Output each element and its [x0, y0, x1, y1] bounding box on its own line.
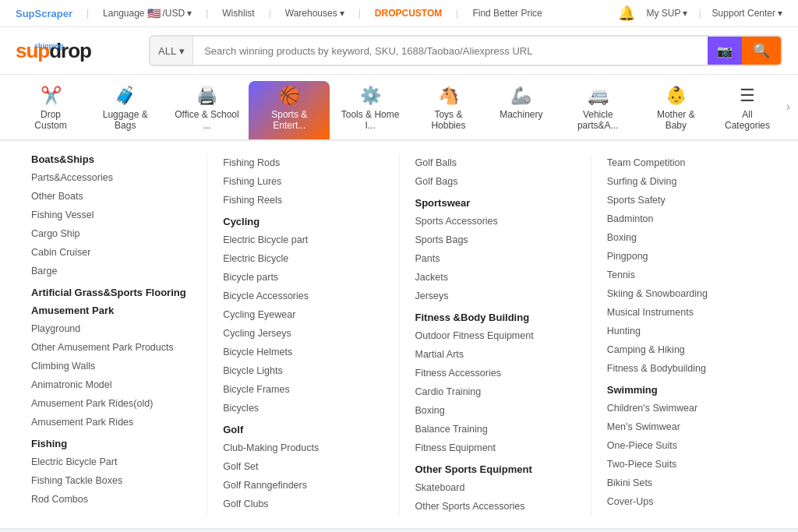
dropdown-link[interactable]: Golf Set — [223, 457, 383, 476]
dropdown-link[interactable]: Sports Bags — [415, 231, 575, 249]
chevron-down-icon: ▾ — [683, 8, 687, 19]
dropdown-col1: Boats&ShipsParts&AccessoriesOther BoatsF… — [16, 153, 207, 516]
dropdown-link[interactable]: Other Sports Accessories — [415, 497, 575, 516]
dropdown-link[interactable]: Golf Bags — [415, 172, 575, 191]
search-submit-button[interactable]: 🔍 — [742, 37, 781, 65]
chevron-down-icon: ▾ — [778, 8, 782, 19]
dropdown-link[interactable]: Children's Swimwear — [607, 399, 767, 417]
dropdown-link[interactable]: Fishing Rods — [223, 153, 383, 172]
category-item-all-categories[interactable]: ☰ All Categories — [712, 81, 782, 139]
dropdown-link[interactable]: Playground — [31, 319, 191, 338]
category-item-tools-home[interactable]: ⚙️ Tools & Home I... — [330, 81, 411, 139]
find-better-link[interactable]: Find Better Price — [472, 8, 542, 19]
dropdown-link[interactable]: Other Amusement Park Products — [31, 338, 191, 357]
dropdown-link[interactable]: Fishing Reels — [223, 191, 383, 210]
category-item-machinery[interactable]: 🦾 Machinery — [486, 81, 556, 139]
dropdown-section-title: Fitness &Body Building — [415, 312, 575, 323]
wishlist-link[interactable]: Wishlist — [222, 8, 254, 19]
dropdown-link[interactable]: Bicycle Frames — [223, 380, 383, 399]
dropdown-link[interactable]: Parts&Accessories — [31, 168, 191, 187]
mysup-button[interactable]: My SUP ▾ — [646, 8, 687, 19]
dropdown-link[interactable]: Golf Ranngefinders — [223, 476, 383, 495]
dropdown-link[interactable]: Two-Piece Suits — [607, 455, 767, 474]
dropdown-link[interactable]: Boxing — [607, 228, 767, 247]
dropdown-link[interactable]: Men's Swimwear — [607, 417, 767, 436]
dropcustom-link[interactable]: DROPCUSTOM — [375, 8, 442, 19]
dropdown-link[interactable]: Golf Balls — [415, 153, 575, 172]
dropdown-link[interactable]: Sports Safety — [607, 191, 767, 210]
dropdown-link[interactable]: Fitness & Bodybuilding — [607, 359, 767, 378]
dropdown-link[interactable]: Bicycle Helmets — [223, 343, 383, 361]
dropdown-link[interactable]: Bicycle Lights — [223, 361, 383, 380]
category-scroll-right[interactable]: › — [786, 100, 790, 114]
category-item-vehicle-parts[interactable]: 🚐 Vehicle parts&A... — [556, 81, 640, 139]
warehouses-selector[interactable]: Warehouses ▾ — [285, 8, 344, 19]
dropdown-link[interactable]: Sports Accessories — [415, 212, 575, 231]
dropdown-link[interactable]: Animatronic Model — [31, 375, 191, 394]
logo: supdrop shipping — [16, 41, 136, 61]
category-item-office-school[interactable]: 🖨️ Office & School ... — [165, 81, 249, 139]
dropdown-link[interactable]: Badminton — [607, 210, 767, 228]
dropdown-link[interactable]: Boxing — [415, 401, 575, 420]
camera-search-button[interactable]: 📷 — [708, 37, 742, 65]
dropdown-link[interactable]: Jerseys — [415, 287, 575, 305]
dropdown-link[interactable]: Golf Clubs — [223, 495, 383, 513]
dropdown-link[interactable]: Other Boats — [31, 187, 191, 206]
dropdown-link[interactable]: Bicycle Accessories — [223, 287, 383, 305]
dropdown-link[interactable]: Pingpong — [607, 247, 767, 266]
category-item-drop-custom[interactable]: ✂️ Drop Custom — [16, 81, 86, 139]
dropdown-link[interactable]: Outdoor Fitness Equipment — [415, 326, 575, 345]
dropdown-link[interactable]: Fishing Tackle Boxes — [31, 471, 191, 490]
dropdown-link[interactable]: Cabin Cruiser — [31, 243, 191, 262]
dropdown-link[interactable]: Electric Bicycle part — [223, 231, 383, 249]
dropdown-link[interactable]: Cargo Ship — [31, 224, 191, 243]
dropdown-link[interactable]: Barge — [31, 262, 191, 280]
search-input[interactable] — [193, 37, 708, 65]
dropdown-link[interactable]: Pants — [415, 249, 575, 268]
dropdown-link[interactable]: Rod Combos — [31, 490, 191, 509]
category-icon-all-categories: ☰ — [740, 87, 755, 104]
dropdown-link[interactable]: Cardio Training — [415, 382, 575, 401]
category-icon-tools-home: ⚙️ — [360, 87, 381, 104]
dropdown-section-title: Sportswear — [415, 197, 575, 209]
dropdown-link[interactable]: Fishing Lures — [223, 172, 383, 191]
category-item-mother-baby[interactable]: 👶 Mother & Baby — [640, 81, 712, 139]
dropdown-link[interactable]: Cycling Eyewear — [223, 305, 383, 324]
dropdown-link[interactable]: Cover-Ups — [607, 492, 767, 511]
dropdown-link[interactable]: Club-Making Products — [223, 439, 383, 457]
dropdown-link[interactable]: Camping & Hiking — [607, 340, 767, 359]
dropdown-link[interactable]: Electric Bicycle — [223, 249, 383, 268]
dropdown-link[interactable]: Fishing Vessel — [31, 206, 191, 224]
category-icon-luggage-bags: 🧳 — [115, 87, 136, 104]
dropdown-link[interactable]: Martial Arts — [415, 345, 575, 364]
support-center-link[interactable]: Support Center ▾ — [712, 8, 782, 19]
dropdown-link[interactable]: Climbing Walls — [31, 357, 191, 375]
dropdown-link[interactable]: Amusement Park Rides — [31, 413, 191, 432]
category-label-drop-custom: Drop Custom — [25, 109, 76, 132]
dropdown-link[interactable]: Tennis — [607, 266, 767, 284]
dropdown-link[interactable]: Cycling Jerseys — [223, 324, 383, 343]
category-item-luggage-bags[interactable]: 🧳 Luggage & Bags — [86, 81, 165, 139]
dropdown-link[interactable]: Amusement Park Rides(old) — [31, 394, 191, 413]
supscraper-link[interactable]: SupScraper — [16, 8, 72, 19]
dropdown-link[interactable]: Skateboard — [415, 478, 575, 497]
search-category-selector[interactable]: ALL ▾ — [150, 37, 193, 65]
dropdown-link[interactable]: Bicycles — [223, 399, 383, 417]
dropdown-link[interactable]: Surfing & Diving — [607, 172, 767, 191]
dropdown-link[interactable]: Team Competition — [607, 153, 767, 172]
dropdown-link[interactable]: Fitness Accessories — [415, 364, 575, 382]
category-icon-mother-baby: 👶 — [666, 87, 687, 104]
language-selector[interactable]: Language 🇺🇸 /USD ▾ — [103, 7, 192, 19]
dropdown-link[interactable]: Skiing & Snowboarding — [607, 284, 767, 303]
dropdown-link[interactable]: Bikini Sets — [607, 474, 767, 492]
dropdown-link[interactable]: Hunting — [607, 322, 767, 340]
dropdown-link[interactable]: One-Piece Suits — [607, 436, 767, 455]
dropdown-link[interactable]: Musical Instruments — [607, 303, 767, 322]
dropdown-link[interactable]: Jackets — [415, 268, 575, 287]
category-item-sports-entert[interactable]: 🏀 Sports & Entert... — [249, 81, 330, 139]
dropdown-link[interactable]: Fitness Equipment — [415, 439, 575, 457]
dropdown-link[interactable]: Balance Training — [415, 420, 575, 439]
category-item-toys-hobbies[interactable]: 🐴 Toys & Hobbies — [411, 81, 486, 139]
dropdown-link[interactable]: Bicycle parts — [223, 268, 383, 287]
dropdown-link[interactable]: Electric Bicycle Part — [31, 453, 191, 471]
